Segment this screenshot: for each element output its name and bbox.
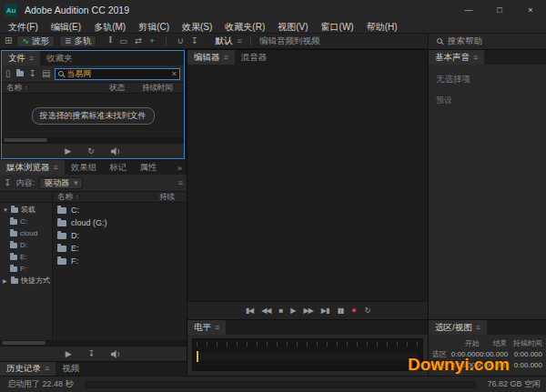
open-folder-icon[interactable] — [16, 71, 24, 76]
media-panel-menu-icon[interactable]: ≡ — [178, 179, 183, 187]
speaker-icon[interactable] — [111, 350, 121, 358]
play-button[interactable]: ▶ — [290, 307, 295, 315]
files-search-input[interactable]: 当易网 × — [55, 68, 180, 80]
tree-item-drive[interactable]: cloud — [0, 227, 52, 239]
statusbar: 启动用了 22.48 秒 76.82 GB 空闲 — [0, 376, 546, 392]
menu-multitrack[interactable]: 多轨(M) — [87, 20, 132, 34]
menu-edit[interactable]: 编辑(E) — [45, 20, 87, 34]
tab-effects-rack[interactable]: 效果组 — [65, 160, 104, 175]
column-status[interactable]: 状态 — [109, 83, 142, 94]
import-file-icon[interactable]: ↧ — [29, 69, 36, 78]
menu-clip[interactable]: 剪辑(C) — [132, 20, 176, 34]
tab-mixer[interactable]: 混音器 — [235, 50, 274, 65]
panel-menu-icon[interactable]: ≡ — [45, 365, 49, 373]
drive-row[interactable]: cloud (G:) — [53, 216, 187, 229]
workspace-menu-icon[interactable]: ≡ — [238, 37, 242, 45]
slip-tool-icon[interactable]: ⇄ — [135, 36, 142, 45]
panel-menu-icon[interactable]: ≡ — [215, 324, 219, 332]
drive-row[interactable]: E: — [53, 242, 187, 255]
selection-duration[interactable]: 0:00.000 — [508, 350, 542, 358]
drive-label: D: — [71, 231, 79, 240]
column-duration[interactable]: 持续 — [159, 192, 187, 203]
tab-markers-label: 标记 — [109, 162, 126, 174]
tree-item-drive[interactable]: C: — [0, 216, 52, 227]
maximize-button[interactable]: □ — [484, 0, 515, 20]
column-name[interactable]: 名称 ↑ — [53, 192, 159, 203]
fast-forward-button[interactable]: ▶▶ — [304, 307, 313, 315]
loop-playback-button[interactable]: ↻ — [365, 307, 370, 315]
stop-button[interactable]: ■ — [279, 307, 283, 315]
tab-properties[interactable]: 属性 — [133, 160, 163, 175]
tab-essential-sound[interactable]: 基本声音 ≡ — [429, 50, 484, 65]
column-duration[interactable]: 持续时间 — [142, 83, 184, 94]
tab-levels[interactable]: 电平 ≡ — [187, 320, 226, 335]
panel-menu-icon[interactable]: ≡ — [29, 55, 34, 63]
menu-view[interactable]: 视图(V) — [271, 20, 314, 34]
new-file-icon[interactable]: ▯ — [5, 69, 11, 78]
drive-row[interactable]: C: — [53, 204, 187, 216]
marquee-tool-icon[interactable]: ▭ — [119, 36, 127, 45]
autoplay-icon[interactable]: ▶ — [66, 350, 72, 358]
time-selection-tool-icon[interactable]: I — [108, 36, 112, 45]
tab-favorites[interactable]: 收藏夹 — [40, 51, 79, 65]
import-media-icon[interactable]: ↧ — [4, 178, 11, 187]
import-toolbar-icon[interactable]: ↧ — [191, 36, 198, 45]
clear-search-icon[interactable]: × — [172, 69, 177, 78]
tab-video[interactable]: 视频 — [56, 362, 86, 376]
menu-effects[interactable]: 效果(S) — [176, 20, 218, 34]
minimize-button[interactable]: — — [453, 0, 484, 20]
tree-item-mounted[interactable]: ▼ 装载 — [0, 204, 52, 216]
tree-closed-icon[interactable]: ▶ — [3, 277, 8, 284]
view-duration[interactable]: 0:00.000 — [508, 361, 542, 369]
pause-button[interactable]: ▮▮ — [337, 307, 343, 315]
tree-item-drive[interactable]: F: — [0, 263, 52, 275]
level-meter[interactable] — [192, 338, 423, 371]
menu-window[interactable]: 窗口(W) — [315, 20, 360, 34]
autoplay-icon[interactable]: ▶ — [65, 147, 71, 156]
media-drive-list: C: cloud (G:) D: E: F: — [53, 203, 187, 340]
tab-selection-view[interactable]: 选区/视图 ≡ — [429, 320, 487, 335]
panel-menu-icon[interactable]: ≡ — [54, 164, 58, 172]
move-tool-icon[interactable]: + — [149, 36, 155, 45]
tree-open-icon[interactable]: ▼ — [3, 207, 8, 213]
list-view-icon[interactable]: ▤ — [42, 69, 50, 78]
speaker-icon[interactable] — [111, 147, 121, 156]
tree-item-shortcuts[interactable]: ▶ 快捷方式 — [0, 275, 52, 286]
tab-media-browser[interactable]: 媒体浏览器 ≡ — [0, 160, 65, 175]
content-dropdown[interactable]: 驱动器 ▾ — [39, 177, 84, 189]
editor-canvas[interactable] — [187, 65, 428, 301]
column-name[interactable]: 名称 ↑ — [2, 83, 109, 94]
import-icon[interactable]: ↧ — [88, 350, 96, 358]
record-button[interactable]: ● — [351, 307, 356, 315]
menu-file[interactable]: 文件(F) — [2, 20, 45, 34]
files-horizontal-scrollbar[interactable] — [2, 137, 184, 143]
tab-history[interactable]: 历史记录 ≡ — [0, 362, 56, 376]
tab-editor[interactable]: 编辑器 ≡ — [187, 50, 235, 65]
search-help-box[interactable]: 搜索帮助 — [428, 34, 546, 49]
waveform-view-button[interactable]: ∿ 波形 — [16, 35, 55, 47]
more-tabs-icon[interactable]: » — [173, 160, 187, 175]
close-button[interactable]: × — [515, 0, 546, 20]
drive-row[interactable]: D: — [53, 229, 187, 242]
tree-item-drive[interactable]: D: — [0, 239, 52, 251]
rewind-button[interactable]: ◀◀ — [261, 307, 270, 315]
skip-to-end-button[interactable]: ▶▮ — [321, 307, 329, 315]
panel-menu-icon[interactable]: ≡ — [476, 324, 480, 332]
tab-files[interactable]: 文件 ≡ — [2, 51, 40, 65]
media-horizontal-scrollbar[interactable] — [0, 340, 187, 346]
workspace-grid-icon[interactable]: ⊞ — [5, 36, 12, 45]
workspace-edit-audio-video[interactable]: 编辑音频到视频 — [259, 35, 320, 47]
multitrack-view-button[interactable]: ≣ 多轨 — [59, 35, 97, 47]
panel-menu-icon[interactable]: ≡ — [473, 54, 478, 62]
drive-row[interactable]: F: — [53, 255, 187, 267]
tab-markers[interactable]: 标记 — [103, 160, 133, 175]
skip-to-start-button[interactable]: ▮◀ — [246, 307, 254, 315]
menu-favorites[interactable]: 收藏夹(R) — [218, 20, 271, 34]
menu-help[interactable]: 帮助(H) — [360, 20, 404, 34]
workspace-default[interactable]: 默认 — [216, 35, 233, 47]
panel-menu-icon[interactable]: ≡ — [224, 54, 228, 62]
loop-playback-icon[interactable]: ↻ — [87, 147, 95, 156]
snapping-icon[interactable]: ∪ — [177, 36, 184, 45]
drive-label: E: — [71, 244, 79, 253]
tree-item-drive[interactable]: E: — [0, 251, 52, 263]
